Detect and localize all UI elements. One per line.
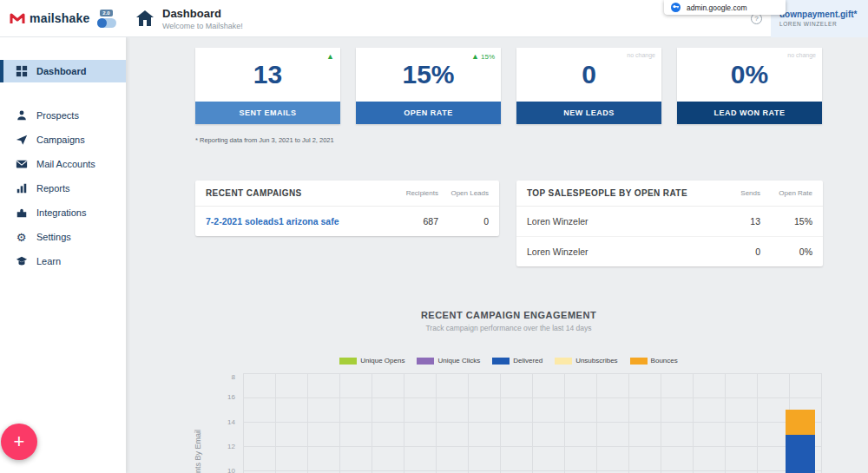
table-row: Loren Winzeler 0 0% (516, 237, 823, 266)
column-header-open-leads: Open Leads (438, 189, 489, 197)
chart-title: RECENT CAMPAIGN ENGAGEMENT (195, 310, 822, 320)
stat-change-text: 15% (481, 53, 495, 61)
top-salespeople-panel: TOP SALESPEOPLE BY OPEN RATE Sends Open … (516, 181, 823, 266)
panel-title: TOP SALESPEOPLE BY OPEN RATE (527, 188, 710, 198)
sidebar-item-dashboard[interactable]: Dashboard (0, 60, 126, 82)
add-button[interactable]: + (1, 424, 37, 460)
column-header-open-rate: Open Rate (760, 189, 812, 197)
campaign-link[interactable]: 7-2-2021 soleads1 arizona safe (206, 216, 378, 227)
stat-card-sent-emails[interactable]: 13 ▲ SENT EMAILS (195, 48, 340, 124)
recent-campaigns-panel: RECENT CAMPAIGNS Recipients Open Leads 7… (195, 181, 499, 236)
autofill-suggestion[interactable]: admin.google.com (664, 0, 786, 15)
gear-icon: ⚙ (15, 231, 28, 244)
stat-cards-row: 13 ▲ SENT EMAILS 15% ▲15% OPEN RATE 0 no… (195, 48, 868, 124)
legend-swatch (417, 358, 434, 365)
stat-card-lead-won-rate[interactable]: 0% no change LEAD WON RATE (677, 48, 822, 124)
sidebar-item-mail-accounts[interactable]: Mail Accounts (0, 153, 126, 175)
legend-item-unique-clicks[interactable]: Unique Clicks (417, 357, 480, 365)
main-content: 13 ▲ SENT EMAILS 15% ▲15% OPEN RATE 0 no… (126, 37, 868, 473)
account-domain: downpayment.gift* (779, 10, 859, 19)
sidebar-item-label: Campaigns (36, 135, 85, 145)
legend-item-bounces[interactable]: Bounces (630, 357, 678, 365)
legend-swatch (492, 358, 510, 365)
sidebar-item-label: Prospects (36, 110, 79, 121)
stat-card-footer[interactable]: SENT EMAILS (195, 102, 340, 124)
legend-swatch (339, 358, 357, 365)
sidebar-item-label: Learn (36, 256, 61, 266)
y-tick: 12 (211, 443, 235, 450)
column-header-sends: Sends (710, 189, 760, 197)
legend-swatch (555, 358, 572, 365)
chart-bar-delivered (786, 435, 815, 473)
brand-name: mailshake (30, 11, 90, 25)
stat-value: 13 (253, 60, 282, 89)
sidebar-item-integrations[interactable]: Integrations (0, 201, 126, 224)
sidebar-item-label: Settings (36, 232, 71, 242)
legend-swatch (630, 358, 648, 365)
version-toggle[interactable] (97, 18, 116, 28)
salesperson-open-rate: 15% (760, 216, 812, 227)
sidebar-item-learn[interactable]: Learn (0, 250, 126, 273)
sidebar-item-settings[interactable]: ⚙ Settings (0, 226, 126, 248)
legend-item-unsubscribes[interactable]: Unsubscribes (555, 357, 617, 365)
stat-card-footer[interactable]: OPEN RATE (356, 102, 501, 124)
y-tick: 14 (211, 418, 235, 426)
stat-card-footer[interactable]: LEAD WON RATE (677, 102, 822, 124)
bar-chart-icon (15, 182, 28, 195)
dashboard-icon (15, 65, 28, 78)
stat-card-open-rate[interactable]: 15% ▲15% OPEN RATE (356, 48, 501, 124)
salesperson-sends: 13 (710, 216, 760, 227)
sidebar: Dashboard Prospects Campaigns Mail Accou… (0, 37, 126, 473)
stat-value: 15% (402, 60, 454, 89)
y-tick: 16 (211, 393, 235, 401)
salesperson-sends: 0 (710, 246, 760, 257)
engagement-chart-section: RECENT CAMPAIGN ENGAGEMENT Track campaig… (195, 310, 822, 473)
y-tick: 8 (211, 373, 235, 381)
y-tick: 10 (211, 467, 235, 473)
envelope-icon (15, 158, 28, 171)
puzzle-icon (15, 207, 28, 220)
sidebar-item-prospects[interactable]: Prospects (0, 104, 126, 127)
reporting-note: * Reporting data from Jun 3, 2021 to Jul… (195, 136, 868, 144)
stat-change-text: no change (627, 52, 655, 58)
stat-card-footer[interactable]: NEW LEADS (516, 102, 661, 124)
campaign-open-leads: 0 (438, 216, 489, 227)
stat-value: 0 (582, 60, 596, 89)
panel-title: RECENT CAMPAIGNS (206, 188, 378, 198)
salesperson-name: Loren Winzeler (527, 216, 710, 227)
sidebar-item-label: Dashboard (36, 66, 86, 76)
table-row: Loren Winzeler 13 15% (516, 207, 823, 237)
salesperson-name: Loren Winzeler (527, 246, 710, 257)
sidebar-item-label: Integrations (36, 207, 86, 218)
column-header-recipients: Recipients (378, 189, 438, 197)
sidebar-item-label: Reports (36, 183, 70, 194)
home-icon (135, 8, 155, 29)
version-badge: 2.0 (100, 10, 112, 16)
google-key-icon (671, 3, 681, 12)
up-arrow-icon: ▲ (326, 52, 334, 61)
chart-plot-area: Recipients By Email 16 14 12 10 8 (195, 373, 822, 473)
mailshake-logo-icon (9, 10, 26, 27)
campaign-recipients: 687 (378, 216, 438, 227)
chart-y-axis-label: Recipients By Email (194, 430, 202, 473)
page-subtitle: Welcome to Mailshake! (162, 22, 243, 30)
table-row: 7-2-2021 soleads1 arizona safe 687 0 (195, 207, 499, 236)
mailshake-logo[interactable]: mailshake 2.0 (0, 10, 126, 28)
paper-plane-icon (15, 134, 28, 147)
person-icon (15, 109, 28, 122)
stat-change-text: no change (787, 52, 816, 58)
graduation-cap-icon (15, 255, 28, 268)
sidebar-item-campaigns[interactable]: Campaigns (0, 128, 126, 151)
chart-legend: Unique Opens Unique Clicks Delivered Uns… (195, 357, 822, 365)
legend-item-delivered[interactable]: Delivered (492, 357, 542, 365)
chart-grid (243, 373, 822, 473)
up-arrow-icon: ▲ (471, 52, 479, 61)
salesperson-open-rate: 0% (760, 246, 812, 257)
sidebar-item-label: Mail Accounts (36, 159, 95, 169)
sidebar-item-reports[interactable]: Reports (0, 177, 126, 200)
toggle-knob-icon (97, 18, 107, 28)
legend-item-unique-opens[interactable]: Unique Opens (339, 357, 404, 365)
chart-subtitle: Track campaign performance over the last… (195, 324, 822, 332)
chart-bar-bounces (786, 410, 815, 434)
stat-card-new-leads[interactable]: 0 no change NEW LEADS (516, 48, 661, 124)
